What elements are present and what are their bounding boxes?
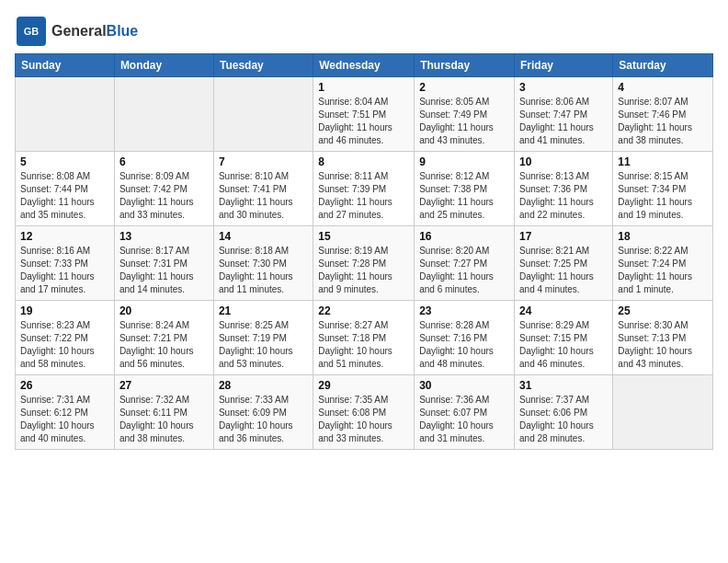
col-header-sunday: Sunday [16,54,115,77]
day-info: Sunrise: 7:33 AM Sunset: 6:09 PM Dayligh… [219,394,308,445]
day-info: Sunrise: 8:18 AM Sunset: 7:30 PM Dayligh… [219,245,308,296]
day-number: 12 [20,230,109,243]
calendar-day-20: 20Sunrise: 8:24 AM Sunset: 7:21 PM Dayli… [114,301,213,375]
day-info: Sunrise: 8:11 AM Sunset: 7:39 PM Dayligh… [318,170,409,222]
day-number: 25 [618,304,708,317]
calendar-day-19: 19Sunrise: 8:23 AM Sunset: 7:22 PM Dayli… [16,301,115,375]
page-header: GB GeneralBlue [15,15,713,48]
day-number: 26 [20,379,109,392]
logo: GB GeneralBlue [15,15,138,48]
calendar-day-13: 13Sunrise: 8:17 AM Sunset: 7:31 PM Dayli… [114,226,213,301]
calendar-day-29: 29Sunrise: 7:35 AM Sunset: 6:08 PM Dayli… [313,375,415,450]
day-info: Sunrise: 8:04 AM Sunset: 7:51 PM Dayligh… [318,96,409,147]
day-info: Sunrise: 8:10 AM Sunset: 7:41 PM Dayligh… [219,170,308,222]
col-header-thursday: Thursday [415,54,515,77]
calendar-day-3: 3Sunrise: 8:06 AM Sunset: 7:47 PM Daylig… [515,77,613,152]
day-number: 16 [419,230,509,243]
day-info: Sunrise: 8:08 AM Sunset: 7:44 PM Dayligh… [20,170,109,222]
day-info: Sunrise: 7:36 AM Sunset: 6:07 PM Dayligh… [419,394,509,445]
calendar-day-27: 27Sunrise: 7:32 AM Sunset: 6:11 PM Dayli… [114,375,213,450]
calendar-day-empty [114,77,213,152]
col-header-wednesday: Wednesday [313,54,415,77]
day-info: Sunrise: 8:06 AM Sunset: 7:47 PM Dayligh… [519,96,608,147]
day-number: 3 [519,81,608,94]
calendar-day-17: 17Sunrise: 8:21 AM Sunset: 7:25 PM Dayli… [515,226,613,301]
calendar-day-9: 9Sunrise: 8:12 AM Sunset: 7:38 PM Daylig… [415,152,515,226]
day-info: Sunrise: 8:17 AM Sunset: 7:31 PM Dayligh… [119,245,209,296]
day-number: 8 [318,155,409,168]
calendar-day-12: 12Sunrise: 8:16 AM Sunset: 7:33 PM Dayli… [16,226,115,301]
calendar-day-empty [213,77,313,152]
calendar-day-26: 26Sunrise: 7:31 AM Sunset: 6:12 PM Dayli… [16,375,115,450]
day-info: Sunrise: 8:29 AM Sunset: 7:15 PM Dayligh… [519,319,608,371]
day-info: Sunrise: 8:25 AM Sunset: 7:19 PM Dayligh… [219,319,308,371]
day-info: Sunrise: 8:24 AM Sunset: 7:21 PM Dayligh… [119,319,209,371]
calendar-day-empty [613,375,713,450]
calendar-day-15: 15Sunrise: 8:19 AM Sunset: 7:28 PM Dayli… [313,226,415,301]
day-number: 22 [318,304,409,317]
day-number: 9 [419,155,509,168]
calendar-day-10: 10Sunrise: 8:13 AM Sunset: 7:36 PM Dayli… [515,152,613,226]
col-header-saturday: Saturday [613,54,713,77]
day-number: 24 [519,304,608,317]
calendar-day-22: 22Sunrise: 8:27 AM Sunset: 7:18 PM Dayli… [313,301,415,375]
calendar-week-1: 1Sunrise: 8:04 AM Sunset: 7:51 PM Daylig… [16,77,713,152]
day-number: 30 [419,379,509,392]
day-info: Sunrise: 7:31 AM Sunset: 6:12 PM Dayligh… [20,394,109,445]
day-number: 1 [318,81,409,94]
day-info: Sunrise: 8:21 AM Sunset: 7:25 PM Dayligh… [519,245,608,296]
day-number: 28 [219,379,308,392]
day-info: Sunrise: 8:23 AM Sunset: 7:22 PM Dayligh… [20,319,109,371]
day-info: Sunrise: 8:09 AM Sunset: 7:42 PM Dayligh… [119,170,209,222]
calendar-day-1: 1Sunrise: 8:04 AM Sunset: 7:51 PM Daylig… [313,77,415,152]
day-number: 18 [618,230,708,243]
logo-text: GeneralBlue [51,23,138,40]
calendar-day-25: 25Sunrise: 8:30 AM Sunset: 7:13 PM Dayli… [613,301,713,375]
calendar-day-11: 11Sunrise: 8:15 AM Sunset: 7:34 PM Dayli… [613,152,713,226]
day-info: Sunrise: 7:35 AM Sunset: 6:08 PM Dayligh… [318,394,409,445]
day-info: Sunrise: 8:22 AM Sunset: 7:24 PM Dayligh… [618,245,708,296]
calendar-day-empty [16,77,115,152]
day-info: Sunrise: 8:19 AM Sunset: 7:28 PM Dayligh… [318,245,409,296]
day-number: 19 [20,304,109,317]
svg-text:GB: GB [24,26,40,37]
day-info: Sunrise: 8:20 AM Sunset: 7:27 PM Dayligh… [419,245,509,296]
calendar-day-14: 14Sunrise: 8:18 AM Sunset: 7:30 PM Dayli… [213,226,313,301]
day-number: 5 [20,155,109,168]
day-info: Sunrise: 8:15 AM Sunset: 7:34 PM Dayligh… [618,170,708,222]
logo-icon: GB [15,15,48,48]
day-number: 4 [618,81,708,94]
calendar-week-4: 19Sunrise: 8:23 AM Sunset: 7:22 PM Dayli… [16,301,713,375]
calendar-day-31: 31Sunrise: 7:37 AM Sunset: 6:06 PM Dayli… [515,375,613,450]
day-number: 31 [519,379,608,392]
day-info: Sunrise: 8:28 AM Sunset: 7:16 PM Dayligh… [419,319,509,371]
day-number: 14 [219,230,308,243]
calendar-week-2: 5Sunrise: 8:08 AM Sunset: 7:44 PM Daylig… [16,152,713,226]
calendar-day-6: 6Sunrise: 8:09 AM Sunset: 7:42 PM Daylig… [114,152,213,226]
day-number: 7 [219,155,308,168]
calendar-day-28: 28Sunrise: 7:33 AM Sunset: 6:09 PM Dayli… [213,375,313,450]
calendar-day-24: 24Sunrise: 8:29 AM Sunset: 7:15 PM Dayli… [515,301,613,375]
day-info: Sunrise: 8:27 AM Sunset: 7:18 PM Dayligh… [318,319,409,371]
calendar-week-5: 26Sunrise: 7:31 AM Sunset: 6:12 PM Dayli… [16,375,713,450]
calendar-header-row: SundayMondayTuesdayWednesdayThursdayFrid… [16,54,713,77]
calendar-body: 1Sunrise: 8:04 AM Sunset: 7:51 PM Daylig… [16,77,713,450]
calendar-day-30: 30Sunrise: 7:36 AM Sunset: 6:07 PM Dayli… [415,375,515,450]
day-info: Sunrise: 8:30 AM Sunset: 7:13 PM Dayligh… [618,319,708,371]
day-number: 11 [618,155,708,168]
calendar-day-18: 18Sunrise: 8:22 AM Sunset: 7:24 PM Dayli… [613,226,713,301]
calendar-day-21: 21Sunrise: 8:25 AM Sunset: 7:19 PM Dayli… [213,301,313,375]
calendar-day-2: 2Sunrise: 8:05 AM Sunset: 7:49 PM Daylig… [415,77,515,152]
day-number: 15 [318,230,409,243]
day-number: 17 [519,230,608,243]
day-number: 13 [119,230,209,243]
day-number: 27 [119,379,209,392]
day-info: Sunrise: 8:13 AM Sunset: 7:36 PM Dayligh… [519,170,608,222]
day-number: 6 [119,155,209,168]
calendar-day-4: 4Sunrise: 8:07 AM Sunset: 7:46 PM Daylig… [613,77,713,152]
day-info: Sunrise: 8:16 AM Sunset: 7:33 PM Dayligh… [20,245,109,296]
calendar-day-23: 23Sunrise: 8:28 AM Sunset: 7:16 PM Dayli… [415,301,515,375]
calendar-day-7: 7Sunrise: 8:10 AM Sunset: 7:41 PM Daylig… [213,152,313,226]
day-number: 20 [119,304,209,317]
col-header-friday: Friday [515,54,613,77]
